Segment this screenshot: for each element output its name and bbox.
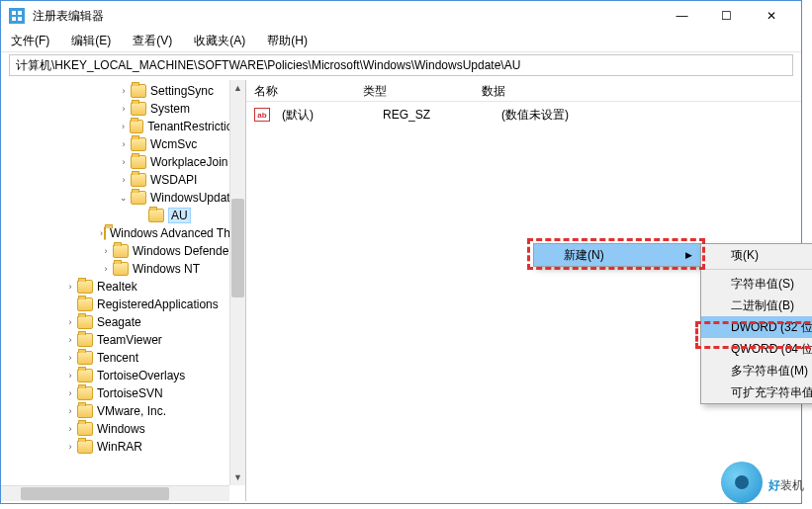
tree-node-label: Windows NT — [133, 262, 200, 276]
tree-node[interactable]: ›TeamViewer — [1, 331, 245, 349]
tree-node[interactable]: ›Windows Advanced Threat Protection — [1, 224, 245, 242]
collapse-icon[interactable]: ⌄ — [118, 192, 130, 204]
tree-node[interactable]: ›TortoiseOverlays — [1, 367, 245, 384]
value-row[interactable]: ab(默认)REG_SZ(数值未设置) — [246, 106, 801, 124]
folder-icon — [77, 297, 93, 311]
tree-hscrollbar[interactable] — [1, 485, 229, 501]
scroll-thumb[interactable] — [231, 199, 244, 297]
tree-node[interactable]: ›Tencent — [1, 349, 245, 367]
menu-dword[interactable]: DWORD (32 位)值(D) — [701, 316, 812, 338]
col-data[interactable]: 数据 — [474, 80, 801, 101]
address-bar[interactable]: 计算机\HKEY_LOCAL_MACHINE\SOFTWARE\Policies… — [9, 54, 793, 76]
watermark: 好装机 — [721, 462, 804, 503]
expand-icon[interactable]: › — [100, 263, 112, 275]
tree-node[interactable]: ›Realtek — [1, 278, 245, 296]
tree-node[interactable]: ›VMware, Inc. — [1, 402, 245, 420]
tree-node[interactable]: ›WSDAPI — [1, 171, 245, 189]
menu-binary[interactable]: 二进制值(B) — [701, 295, 812, 316]
hscroll-thumb[interactable] — [21, 487, 169, 500]
svg-rect-2 — [12, 17, 16, 21]
tree-node[interactable]: ›SettingSync — [1, 82, 245, 100]
tree-node-label: SettingSync — [150, 84, 214, 98]
menu-multistring[interactable]: 多字符串值(M) — [701, 360, 812, 382]
tree-node[interactable]: ›WcmSvc — [1, 135, 245, 153]
scroll-down-icon[interactable]: ▼ — [230, 469, 245, 485]
tree-node-label: WinRAR — [97, 440, 142, 454]
expand-icon[interactable]: › — [64, 370, 76, 382]
list-header: 名称 类型 数据 — [246, 80, 801, 102]
no-expand — [64, 298, 76, 310]
tree-node[interactable]: ›System — [1, 100, 245, 118]
expand-icon[interactable]: › — [64, 281, 76, 293]
expand-icon[interactable]: › — [64, 316, 76, 328]
maximize-button[interactable]: ☐ — [704, 2, 749, 30]
tree-node[interactable]: ›TortoiseSVN — [1, 384, 245, 402]
expand-icon[interactable]: › — [64, 405, 76, 417]
tree-node-label: WSDAPI — [150, 173, 197, 187]
menu-string[interactable]: 字符串值(S) — [701, 273, 812, 295]
tree-node-label: System — [150, 102, 190, 116]
tree-node[interactable]: ›Windows — [1, 420, 245, 438]
menu-view[interactable]: 查看(V) — [129, 31, 176, 51]
folder-icon — [104, 226, 106, 240]
cell-name: (默认) — [274, 107, 375, 124]
app-icon — [9, 8, 25, 24]
tree-vscrollbar[interactable]: ▲ ▼ — [229, 80, 245, 485]
tree-node-label: Windows — [97, 422, 145, 436]
window-controls: — ☐ ✕ — [660, 2, 793, 30]
folder-icon — [77, 315, 93, 329]
expand-icon[interactable]: › — [64, 352, 76, 364]
menu-edit[interactable]: 编辑(E) — [67, 31, 115, 51]
expand-icon[interactable]: › — [64, 423, 76, 435]
tree-node[interactable]: ›WorkplaceJoin — [1, 153, 245, 171]
folder-icon — [131, 191, 146, 205]
scroll-up-icon[interactable]: ▲ — [230, 80, 245, 96]
tree-node[interactable]: ›Seagate — [1, 313, 245, 331]
minimize-button[interactable]: — — [660, 2, 704, 30]
menu-qword[interactable]: QWORD (64 位)值(Q) — [701, 338, 812, 360]
tree-node[interactable]: ›WinRAR — [1, 438, 245, 456]
tree-node[interactable]: ›TenantRestrictions — [1, 118, 245, 135]
tree-node-label: AU — [168, 208, 191, 223]
menu-help[interactable]: 帮助(H) — [263, 31, 312, 51]
col-type[interactable]: 类型 — [355, 80, 474, 101]
menu-separator — [703, 269, 812, 270]
menu-file[interactable]: 文件(F) — [7, 31, 53, 51]
tree-node-label: TortoiseSVN — [97, 386, 163, 400]
menubar: 文件(F) 编辑(E) 查看(V) 收藏夹(A) 帮助(H) — [1, 31, 801, 52]
context-menu-secondary: 项(K) 字符串值(S) 二进制值(B) DWORD (32 位)值(D) QW… — [700, 243, 812, 404]
tree-node[interactable]: AU — [1, 207, 245, 224]
expand-icon[interactable]: › — [100, 227, 103, 239]
cell-data: (数值未设置) — [494, 107, 577, 124]
expand-icon[interactable]: › — [118, 103, 130, 115]
folder-icon — [77, 333, 93, 347]
expand-icon[interactable]: › — [118, 156, 130, 168]
expand-icon[interactable]: › — [118, 85, 130, 97]
expand-icon[interactable]: › — [100, 245, 112, 257]
menu-expandstring[interactable]: 可扩充字符串值(E) — [701, 382, 812, 403]
close-button[interactable]: ✕ — [749, 2, 793, 30]
expand-icon[interactable]: › — [64, 441, 76, 453]
expand-icon[interactable]: › — [118, 121, 129, 132]
folder-icon — [77, 369, 93, 382]
list-body[interactable]: ab(默认)REG_SZ(数值未设置) — [246, 102, 801, 127]
expand-icon[interactable]: › — [118, 138, 130, 150]
tree-node[interactable]: ›Windows NT — [1, 260, 245, 278]
expand-icon[interactable]: › — [64, 334, 76, 346]
col-name[interactable]: 名称 — [246, 80, 355, 101]
folder-icon — [77, 351, 93, 365]
menu-favorites[interactable]: 收藏夹(A) — [190, 31, 249, 51]
tree-node[interactable]: ⌄WindowsUpdate — [1, 189, 245, 207]
expand-icon[interactable]: › — [64, 387, 76, 399]
tree-node-label: VMware, Inc. — [97, 404, 166, 418]
folder-icon — [131, 155, 146, 169]
menu-new[interactable]: 新建(N) ▶ — [534, 244, 700, 266]
menu-key[interactable]: 项(K) — [701, 244, 812, 266]
expand-icon[interactable]: › — [118, 174, 130, 186]
tree-node[interactable]: ›Windows Defender — [1, 242, 245, 260]
tree-node-label: TortoiseOverlays — [97, 369, 185, 382]
folder-icon — [77, 386, 93, 400]
folder-icon — [77, 440, 93, 454]
tree-node[interactable]: RegisteredApplications — [1, 296, 245, 313]
tree-node-label: Windows Advanced Threat Protection — [110, 226, 246, 240]
